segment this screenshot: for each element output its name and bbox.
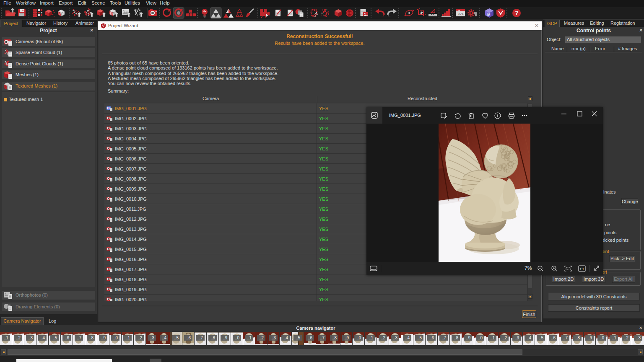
svg-text:1:1: 1:1: [579, 267, 584, 271]
svg-text:</>: </>: [458, 12, 464, 16]
svg-text:?: ?: [515, 10, 519, 16]
svg-text:M: M: [487, 13, 491, 17]
